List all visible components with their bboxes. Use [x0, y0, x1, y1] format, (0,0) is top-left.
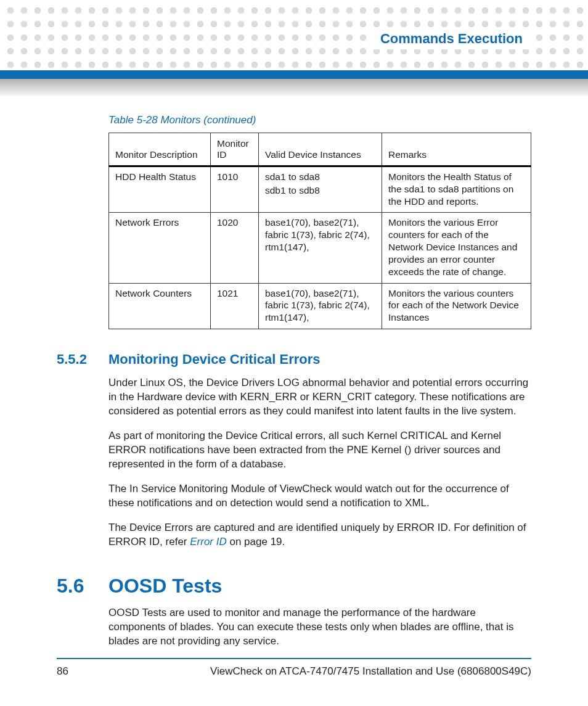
cell-remarks: Monitors the Health Status of the sda1 t… [382, 166, 531, 213]
header-blue-bar [0, 70, 588, 79]
cell-id: 1020 [211, 213, 259, 283]
cell-description: HDD Health Status [109, 166, 211, 213]
cell-instances: base1(70), base2(71), fabric 1(73), fabr… [259, 213, 382, 283]
body-paragraph: OOSD Tests are used to monitor and manag… [108, 606, 531, 649]
cross-reference-link[interactable]: Error ID [190, 536, 227, 548]
table-row: HDD Health Status 1010 sda1 to sda8 sdb1… [109, 166, 531, 213]
document-title: ViewCheck on ATCA-7470/7475 Installation… [210, 665, 531, 678]
table-header-row: Monitor Description Monitor ID Valid Dev… [109, 133, 531, 166]
section-title: Monitoring Device Critical Errors [108, 351, 321, 367]
body-paragraph: Under Linux OS, the Device Drivers LOG a… [108, 376, 531, 419]
cell-id: 1010 [211, 166, 259, 213]
cell-description: Network Counters [109, 283, 211, 329]
cell-remarks: Monitors the various counters for each o… [382, 283, 531, 329]
section-number: 5.6 [57, 575, 108, 597]
cell-remarks: Monitors the various Error counters for … [382, 213, 531, 283]
page-content: Table 5-28 Monitors (continued) Monitor … [0, 114, 588, 659]
chapter-title: Commands Execution [372, 28, 531, 49]
section-heading-5-6: 5.6 OOSD Tests [57, 575, 531, 597]
instance-line: sda1 to sda8 [265, 171, 320, 182]
section-heading-5-5-2: 5.5.2 Monitoring Device Critical Errors [57, 351, 531, 367]
th-instances: Valid Device Instances [259, 133, 382, 166]
section-number: 5.5.2 [57, 351, 108, 367]
cell-id: 1021 [211, 283, 259, 329]
cell-instances: sda1 to sda8 sdb1 to sdb8 [259, 166, 382, 213]
body-paragraph: The Device Errors are captured and are i… [108, 521, 531, 549]
th-remarks: Remarks [382, 133, 531, 166]
monitors-table: Monitor Description Monitor ID Valid Dev… [108, 133, 531, 329]
body-text: on page 19. [227, 536, 285, 548]
body-text: The Device Errors are captured and are i… [108, 522, 526, 548]
table-row: Network Errors 1020 base1(70), base2(71)… [109, 213, 531, 283]
section-title: OOSD Tests [108, 575, 222, 597]
page-footer: 86 ViewCheck on ATCA-7470/7475 Installat… [57, 658, 531, 678]
body-paragraph: The In Service Monitoring Module of View… [108, 482, 531, 511]
cell-instances: base1(70), base2(71), fabric 1(73), fabr… [259, 283, 382, 329]
th-monitor-id: Monitor ID [211, 133, 259, 166]
body-paragraph: As part of monitoring the Device Critica… [108, 429, 531, 472]
th-description: Monitor Description [109, 133, 211, 166]
cell-description: Network Errors [109, 213, 211, 283]
table-row: Network Counters 1021 base1(70), base2(7… [109, 283, 531, 329]
instance-line: sdb1 to sdb8 [265, 184, 375, 197]
header-gradient [0, 79, 588, 96]
table-caption: Table 5-28 Monitors (continued) [108, 114, 531, 126]
page-number: 86 [57, 665, 68, 678]
